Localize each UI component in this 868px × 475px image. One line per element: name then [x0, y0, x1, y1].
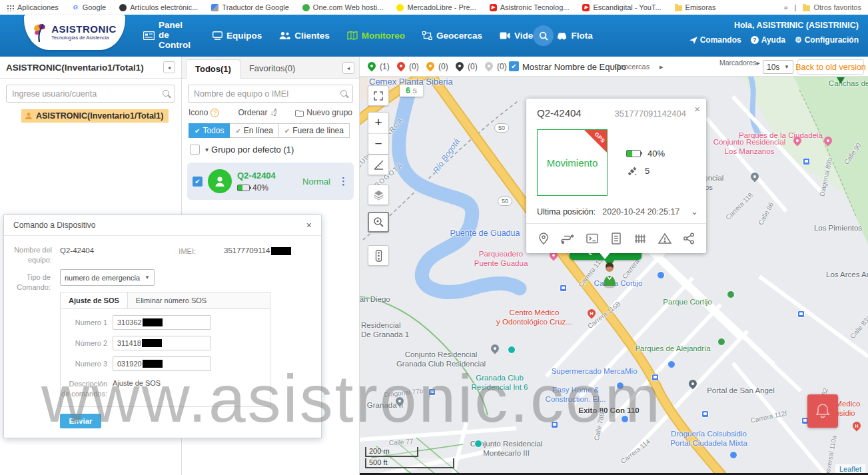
filter-todos[interactable]: ✔Todos: [189, 123, 230, 138]
nav-clientes[interactable]: Clientes: [279, 31, 330, 41]
comandos-link[interactable]: Comandos: [689, 35, 741, 45]
nav-panel-de-control[interactable]: Panel de Control: [143, 21, 195, 51]
shopping-poi-icon: [657, 271, 665, 279]
filter-fuera-de-linea[interactable]: ✔Fuera de linea: [279, 123, 350, 138]
street-view-button[interactable]: [368, 212, 389, 233]
dashboard-icon: [143, 31, 155, 40]
bookmark-traductor[interactable]: Traductor de Google: [211, 3, 288, 11]
tab-ajuste-de-sos[interactable]: Ajuste de SOS: [61, 292, 128, 308]
numero-3-input[interactable]: 031920: [113, 356, 211, 371]
command-type-label: Tipo de Comando:: [4, 272, 51, 293]
tab-todos[interactable]: Todos(1): [186, 59, 240, 79]
tab-favoritos[interactable]: Favoritos(0): [240, 59, 304, 78]
device-menu-button[interactable]: ⋮: [338, 175, 348, 187]
nuevo-grupo-button[interactable]: Nuevo grupo: [295, 108, 352, 117]
bus-stop-icon: [551, 421, 558, 428]
geocercas-caret[interactable]: ▸: [659, 63, 663, 71]
filter-en-linea[interactable]: ✔En línea: [230, 123, 278, 138]
command-type-select[interactable]: numero de emergencia▼: [60, 269, 155, 286]
command-description-label: Descripción de comandos:: [61, 379, 113, 400]
person-marker[interactable]: [601, 262, 618, 291]
battery-icon: [626, 150, 641, 157]
send-button[interactable]: Enviar: [60, 414, 101, 428]
help-icon[interactable]: ?: [211, 109, 219, 117]
group-caret[interactable]: ▾: [205, 146, 209, 153]
ayuda-link[interactable]: ? Ayuda: [751, 35, 785, 45]
zoom-in-button[interactable]: +: [368, 113, 388, 134]
bookmark-asistronic[interactable]: ▶Asistronic Tecnolog...: [490, 3, 570, 11]
close-icon[interactable]: ×: [694, 103, 700, 115]
bookmarks-overflow-button[interactable]: »: [783, 3, 787, 11]
configuracion-link[interactable]: ⚙ Configuración: [795, 35, 859, 45]
numero-1-input[interactable]: 310362: [113, 315, 211, 330]
account-tree-item[interactable]: ASISTRONIC(Inventario1/Total1): [21, 109, 169, 123]
device-list-item[interactable]: ✔ Q2-42404 40% Normal ⋮: [187, 163, 354, 200]
bookmark-mercadolibre[interactable]: MercadoLibre - Pre...: [396, 3, 476, 11]
bookmark-google[interactable]: GGoogle: [72, 3, 106, 11]
dropdown-icon: ▼: [784, 64, 789, 70]
bookmark-onecom[interactable]: One.com Web hosti...: [302, 3, 384, 11]
report-document-icon[interactable]: [609, 231, 624, 246]
nav-flota[interactable]: Flota: [556, 31, 593, 41]
bookmark-articulos[interactable]: Artículos electrónic...: [119, 3, 198, 11]
youtube-icon: ▶: [490, 4, 497, 11]
account-search-input[interactable]: [6, 85, 175, 103]
show-device-names-checkbox[interactable]: ✔: [509, 61, 519, 71]
device-name: Q2-42404: [237, 171, 297, 181]
location-icon[interactable]: [536, 231, 551, 246]
chevron-down-icon[interactable]: ⌄: [691, 207, 698, 217]
alarm-warning-icon[interactable]: [657, 231, 672, 246]
leaflet-attribution-link[interactable]: Leaflet: [835, 464, 865, 474]
nav-search-button[interactable]: [533, 25, 554, 46]
bookmark-escandigital[interactable]: ▶Escandigital - YouT...: [582, 3, 661, 11]
bookmark-emisoras[interactable]: Emisoras: [675, 3, 716, 11]
tab-eliminar-numero-sos[interactable]: Eliminar número SOS: [128, 292, 215, 308]
bus-stop-icon: [701, 410, 709, 418]
search-icon[interactable]: [340, 90, 347, 97]
zoom-out-button[interactable]: −: [368, 134, 388, 155]
app-screen: Aplicaciones GGoogle Artículos electróni…: [0, 0, 868, 475]
traffic-button[interactable]: [368, 245, 389, 266]
command-description-value: Ajuste de SOS: [113, 379, 161, 400]
green-pin-icon: [366, 61, 378, 72]
nav-equipos[interactable]: Equipos: [213, 31, 262, 41]
search-icon[interactable]: [163, 90, 169, 97]
collapse-accounts-panel-button[interactable]: ◂: [163, 61, 175, 73]
icono-control[interactable]: Icono ?: [189, 108, 219, 117]
park-poi-icon: [727, 290, 735, 298]
geocercas-menu[interactable]: Geocercas: [614, 63, 650, 71]
geofence-icon[interactable]: [633, 231, 648, 246]
marcadores-menu[interactable]: Marcadores▸: [719, 59, 751, 67]
map-canvas[interactable]: Cemex Planta Siberia Canchas de Ciudadel…: [360, 77, 868, 475]
layers-button[interactable]: [368, 185, 389, 205]
bus-stop-icon: [651, 374, 659, 381]
gear-icon: ⚙: [795, 35, 802, 45]
alarm-bell-button[interactable]: [807, 394, 838, 428]
map-book-icon: [347, 31, 358, 40]
back-to-old-version-button[interactable]: Back to old version: [797, 59, 864, 75]
collapse-devices-panel-button[interactable]: ◂: [342, 62, 354, 74]
bookmark-aplicaciones[interactable]: Aplicaciones: [7, 3, 59, 11]
show-device-names-label: Mostrar Nombre de Equipo: [522, 62, 626, 72]
share-icon[interactable]: [681, 231, 696, 246]
device-search-input[interactable]: [188, 85, 353, 103]
device-checkbox[interactable]: ✔: [193, 177, 203, 187]
refresh-interval-select[interactable]: 10s▼: [763, 60, 793, 74]
send-icon: [689, 37, 697, 44]
bus-stop-icon: [797, 310, 805, 318]
fullscreen-button[interactable]: [368, 85, 389, 106]
numero-2-input[interactable]: 311418: [113, 336, 211, 350]
close-icon[interactable]: ×: [306, 220, 312, 231]
group-checkbox[interactable]: [190, 145, 200, 155]
asistronic-logo[interactable]: ASISTRONIC Tecnologías de Asistencia: [24, 15, 125, 50]
ordenar-control[interactable]: Ordenar ↓AZ: [238, 108, 276, 117]
command-terminal-icon[interactable]: [585, 231, 600, 246]
nav-monitoreo[interactable]: Monitoreo: [347, 31, 405, 41]
route-playback-icon[interactable]: [560, 231, 575, 246]
nav-geocercas[interactable]: Geocercas: [422, 31, 482, 41]
other-favorites-button[interactable]: Otros favoritos: [803, 3, 861, 11]
ruler-icon: [373, 159, 384, 171]
redaction-box: [143, 360, 163, 368]
measure-button[interactable]: [368, 155, 389, 175]
youtube-icon: ▶: [582, 4, 590, 11]
